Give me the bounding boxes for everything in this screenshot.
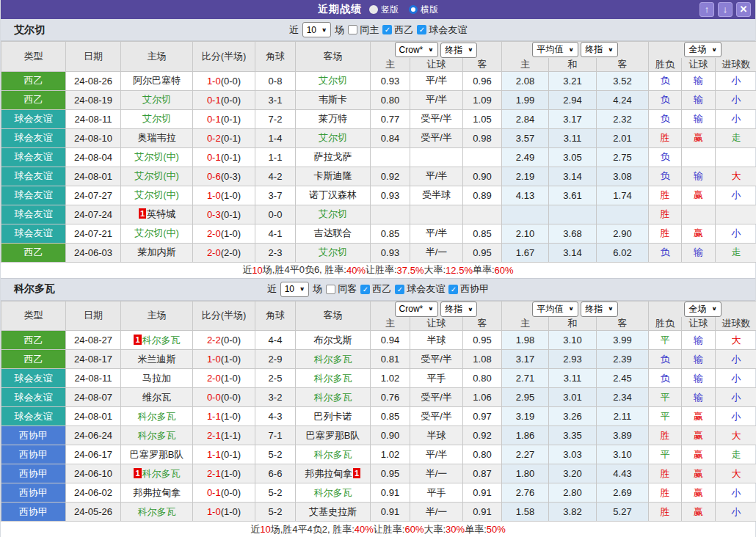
league-filter-球会友谊[interactable]: ✓球会友谊 (395, 282, 445, 296)
away-team-cell: 科尔多瓦 (296, 369, 371, 388)
odds-away: 0.85 (463, 224, 502, 243)
titlebar-buttons: ↑ ↓ ✕ (699, 2, 751, 17)
result-handicap (682, 205, 716, 224)
odds-away: 1.08 (463, 350, 502, 369)
odds-handicap: 平/半 (410, 224, 463, 243)
checked-checkbox-icon: ✓ (395, 285, 404, 294)
result-handicap: 赢 (682, 128, 716, 147)
score-cell: 1-0(1-0) (193, 350, 255, 369)
home-team: 莱加内斯 (138, 246, 176, 257)
match-row: 西乙24-08-19艾尔切0-1(0-0)3-1韦斯卡0.80平/半1.091.… (1, 90, 756, 109)
scope-select[interactable]: 全场∨ (684, 302, 721, 317)
home-team: 科尔多瓦 (138, 430, 176, 441)
league-filter-西乙[interactable]: ✓西乙 (360, 282, 391, 296)
league-badge: 西乙 (1, 71, 66, 90)
average-select[interactable]: 平均值∨ (532, 302, 578, 317)
match-row: 西协甲24-06-17巴塞罗那B队1-1(0-1)5-2科尔多瓦1.02平/半0… (1, 445, 756, 464)
score-cell: 2-1(1-0) (193, 464, 255, 483)
score-cell: 0-2(0-1) (193, 128, 255, 147)
odds-handicap: 平手 (410, 369, 463, 388)
result-group-header: 全场∨ (649, 301, 756, 317)
odds-time-select[interactable]: 终指∨ (440, 302, 477, 317)
avg-draw: 3.11 (549, 369, 597, 388)
rank-badge: 1 (353, 468, 360, 478)
avg-draw: 3.35 (549, 426, 597, 445)
home-team: 邦弗拉甸拿 (133, 487, 181, 498)
away-team-cell: 邦弗拉甸拿1 (296, 464, 371, 483)
avg-away: 2.32 (597, 109, 649, 128)
score-cell: 0-1(0-0) (193, 483, 255, 503)
match-row: 球会友谊24-08-10奥瑞韦拉0-2(0-1)1-4艾尔切0.84受平/半0.… (1, 128, 756, 147)
match-count-select[interactable]: 10∨ (302, 22, 332, 37)
full-score: 1-0 (207, 354, 221, 365)
average-select[interactable]: 平均值∨ (532, 42, 578, 57)
half-score: (1-0) (221, 190, 241, 201)
home-team-cell: 莱加内斯 (121, 243, 193, 262)
league-badge: 西乙 (1, 350, 66, 369)
layout-radio-horizontal[interactable]: 横版 (409, 4, 438, 16)
away-team-cell: 科尔多瓦 (296, 483, 371, 503)
scroll-up-button[interactable]: ↑ (699, 2, 714, 17)
avg-draw: 3.03 (549, 445, 597, 464)
match-date: 24-05-26 (66, 503, 121, 522)
result-handicap: 输 (682, 243, 716, 262)
odds-away: 0.87 (463, 464, 502, 483)
odds-group-header: Crow*∨ 终指∨ (371, 301, 502, 317)
home-team-cell: 巴塞罗那B队 (121, 445, 193, 464)
layout-radio-vertical[interactable]: 竖版 (369, 4, 399, 16)
corner-cell: 3-2 (255, 388, 296, 407)
odds-away: 0.80 (463, 369, 502, 388)
summary-segment: 12.5% (446, 265, 473, 276)
avg-home: 1.80 (502, 464, 549, 483)
avg-away: 3.99 (597, 331, 649, 350)
avg-away: 3.08 (597, 167, 649, 186)
match-count-select[interactable]: 10∨ (280, 282, 310, 297)
chevron-down-icon: ∨ (711, 47, 716, 53)
half-score: (0-0) (221, 392, 241, 403)
avg-away: 6.02 (597, 243, 649, 262)
full-score: 2-1 (207, 468, 221, 479)
league-badge: 西乙 (1, 90, 66, 109)
odds-time-select[interactable]: 终指∨ (440, 43, 477, 58)
match-count-value: 10 (285, 284, 294, 294)
half-score: (0-0) (221, 335, 241, 346)
avg-draw: 3.82 (549, 503, 597, 522)
home-team: 科尔多瓦 (142, 468, 181, 479)
odds-handicap: 平/半 (410, 167, 463, 186)
odds-source-select[interactable]: Crow*∨ (395, 42, 438, 57)
average-time-select[interactable]: 终指∨ (581, 302, 617, 317)
match-date: 24-08-04 (66, 147, 121, 167)
result-goals (716, 147, 756, 167)
close-button[interactable]: ✕ (736, 2, 751, 17)
league-filter-西乙[interactable]: ✓西乙 (382, 23, 413, 37)
odds-handicap: 平/半 (410, 445, 463, 464)
result-handicap: 赢 (682, 426, 716, 445)
scope-select[interactable]: 全场∨ (684, 42, 721, 57)
league-filter-球会友谊[interactable]: ✓球会友谊 (417, 23, 467, 37)
away-team-cell: 卡斯迪隆 (296, 167, 371, 186)
score-cell: 1-1(1-0) (193, 407, 255, 426)
result-winloss: 负 (649, 350, 682, 369)
result-handicap: 输 (682, 369, 716, 388)
filter-label: 西乙 (394, 23, 413, 37)
corner-cell: 5-2 (255, 483, 296, 503)
odds-home: 0.77 (371, 109, 410, 128)
odds-source-select[interactable]: Crow*∨ (395, 302, 438, 317)
home-team-results-table: 类型 日期 主场 比分(半场) 角球 客场 Crow*∨ 终指∨ 平均值∨ 终指… (1, 41, 756, 263)
avg-draw: 3.68 (549, 224, 597, 243)
scroll-down-button[interactable]: ↓ (718, 2, 733, 17)
corner-cell: 4-1 (255, 224, 296, 243)
odds-home: 0.91 (371, 483, 410, 503)
league-filter-同客[interactable]: 同客 (326, 282, 357, 296)
league-filter-西协甲[interactable]: ✓西协甲 (448, 282, 489, 296)
league-filter-同主[interactable]: 同主 (348, 23, 379, 37)
full-score: 1-1 (207, 411, 221, 422)
odds-home: 0.90 (371, 426, 410, 445)
filter-label: 西乙 (372, 282, 391, 296)
average-time-select[interactable]: 终指∨ (581, 42, 617, 57)
radio-label: 竖版 (381, 4, 399, 16)
score-cell: 0-3(0-1) (193, 205, 255, 224)
away-team: 科尔多瓦 (314, 449, 352, 460)
match-row: 西协甲24-06-24科尔多瓦2-1(1-1)7-1巴塞罗那B队0.90半球0.… (1, 426, 756, 445)
result-goals: 小 (716, 90, 756, 109)
